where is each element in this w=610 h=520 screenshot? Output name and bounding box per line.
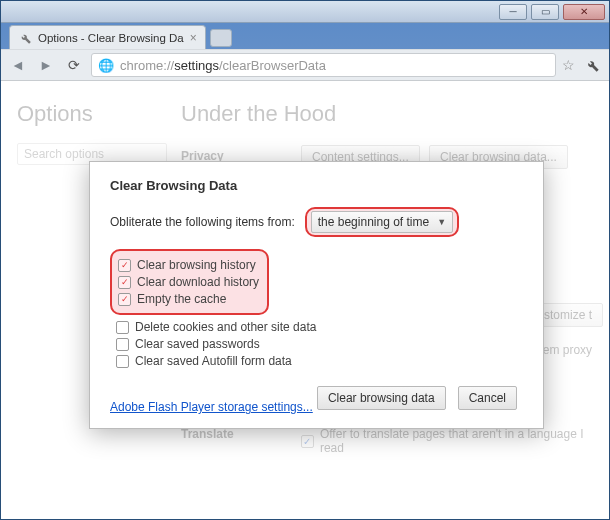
cancel-button[interactable]: Cancel: [458, 386, 517, 410]
menu-wrench-button[interactable]: [581, 54, 603, 76]
new-tab-button[interactable]: [210, 29, 232, 47]
clear-data-confirm-button[interactable]: Clear browsing data: [317, 386, 446, 410]
checkbox-empty-cache[interactable]: [118, 293, 131, 306]
option-label: Delete cookies and other site data: [135, 320, 316, 334]
option-label: Clear browsing history: [137, 258, 256, 272]
clear-browsing-data-dialog: Clear Browsing Data Obliterate the follo…: [89, 161, 544, 429]
bookmark-star-icon[interactable]: ☆: [562, 57, 575, 73]
checkbox-saved-passwords[interactable]: [116, 338, 129, 351]
time-range-highlight: the beginning of time ▼: [305, 207, 459, 237]
close-tab-icon[interactable]: ×: [190, 31, 197, 45]
minimize-button[interactable]: ─: [499, 4, 527, 20]
checkbox-delete-cookies[interactable]: [116, 321, 129, 334]
dialog-title: Clear Browsing Data: [110, 178, 523, 193]
globe-icon: 🌐: [98, 58, 114, 73]
close-window-button[interactable]: ✕: [563, 4, 605, 20]
wrench-icon: [18, 31, 32, 45]
time-range-select[interactable]: the beginning of time ▼: [311, 211, 453, 233]
checkbox-autofill-data[interactable]: [116, 355, 129, 368]
chevron-down-icon: ▼: [437, 217, 446, 227]
browser-window: ─ ▭ ✕ Options - Clear Browsing Da × ◄ ► …: [0, 0, 610, 520]
tab-title: Options - Clear Browsing Da: [38, 32, 184, 44]
checkbox-browsing-history[interactable]: [118, 259, 131, 272]
url-path: /clearBrowserData: [219, 58, 326, 73]
obliterate-label: Obliterate the following items from:: [110, 215, 295, 229]
url-scheme: chrome://: [120, 58, 174, 73]
address-bar[interactable]: 🌐 chrome://settings/clearBrowserData: [91, 53, 556, 77]
back-button[interactable]: ◄: [7, 54, 29, 76]
flash-storage-link[interactable]: Adobe Flash Player storage settings...: [110, 400, 313, 414]
reload-button[interactable]: ⟳: [63, 54, 85, 76]
option-label: Clear download history: [137, 275, 259, 289]
option-label: Clear saved passwords: [135, 337, 260, 351]
highlighted-options: Clear browsing history Clear download hi…: [110, 249, 269, 315]
option-label: Clear saved Autofill form data: [135, 354, 292, 368]
tab-strip: Options - Clear Browsing Da ×: [1, 23, 609, 49]
option-label: Empty the cache: [137, 292, 226, 306]
browser-tab[interactable]: Options - Clear Browsing Da ×: [9, 25, 206, 49]
window-titlebar: ─ ▭ ✕: [1, 1, 609, 23]
url-host: settings: [174, 58, 219, 73]
maximize-button[interactable]: ▭: [531, 4, 559, 20]
forward-button[interactable]: ►: [35, 54, 57, 76]
checkbox-download-history[interactable]: [118, 276, 131, 289]
toolbar: ◄ ► ⟳ 🌐 chrome://settings/clearBrowserDa…: [1, 49, 609, 81]
